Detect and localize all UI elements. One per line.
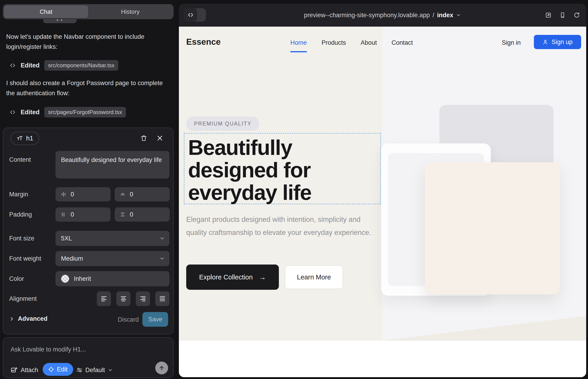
padding-y-input[interactable]: 0 — [115, 207, 170, 222]
chevron-down-icon — [108, 367, 113, 373]
mobile-view-icon[interactable] — [559, 12, 566, 19]
user-icon — [542, 39, 548, 45]
save-button[interactable]: Save — [142, 312, 168, 327]
sliders-icon — [76, 367, 83, 373]
tab-history[interactable]: History — [88, 5, 173, 18]
attach-image-icon — [11, 367, 17, 374]
composer-input[interactable]: Ask Lovable to modify H1... — [11, 346, 86, 353]
type-icon — [16, 135, 23, 142]
premium-quality-badge[interactable]: PREMIUM QUALITY — [186, 117, 259, 131]
edit-action-label: Edited — [21, 109, 40, 116]
url-page: index — [437, 12, 453, 19]
browser-actions — [545, 4, 580, 27]
edit-label: Edit — [57, 366, 68, 373]
padding-x-input[interactable]: 0 — [56, 207, 110, 222]
learn-more-button[interactable]: Learn More — [285, 265, 343, 289]
nav-link-about[interactable]: About — [361, 39, 377, 46]
url-host: preview--charming-site-symphony.lovable.… — [304, 12, 430, 19]
explore-collection-button[interactable]: Explore Collection → — [186, 265, 279, 290]
nav-link-contact[interactable]: Contact — [391, 39, 413, 46]
color-label: Color — [9, 275, 24, 283]
font-size-value: 5XL — [61, 235, 72, 242]
font-size-select[interactable]: 5XL — [56, 231, 170, 246]
file-edit-row: Edited src/pages/ForgotPassword.tsx — [9, 106, 126, 118]
align-left-button[interactable] — [97, 291, 111, 306]
edit-action-label: Edited — [21, 62, 40, 69]
padding-label: Padding — [9, 211, 32, 218]
margin-y-input[interactable]: 0 — [115, 187, 170, 201]
nav-link-home[interactable]: Home — [290, 39, 307, 46]
hero-heading-line: designed for — [188, 159, 311, 181]
nav-link-products[interactable]: Products — [322, 39, 346, 46]
color-select[interactable]: Inherit — [56, 271, 170, 286]
url-bar[interactable]: preview--charming-site-symphony.lovable.… — [179, 4, 586, 27]
edit-mode-button[interactable]: Edit — [43, 363, 73, 376]
margin-horizontal-icon — [61, 191, 66, 197]
open-external-icon[interactable] — [545, 12, 552, 19]
decor-diagonal-wedge — [382, 316, 586, 341]
code-icon — [9, 109, 16, 115]
truncated-chip — [43, 19, 77, 23]
site-preview-canvas: Essence Home Products About Contact Sign… — [179, 27, 586, 341]
site-brand[interactable]: Essence — [186, 37, 221, 47]
edited-file-chip[interactable]: src/pages/ForgotPassword.tsx — [44, 107, 126, 117]
margin-x-input[interactable]: 0 — [56, 187, 110, 201]
hero-description[interactable]: Elegant products designed with intention… — [186, 213, 377, 239]
color-swatch-transparent — [61, 275, 69, 283]
site-lower-section — [179, 341, 586, 377]
hero-heading[interactable]: Beautifully designed for everyday life — [188, 136, 311, 204]
assistant-message: I should also create a Forgot Password p… — [6, 78, 170, 98]
align-right-button[interactable] — [136, 291, 150, 306]
edited-file-chip[interactable]: src/components/Navbar.tsx — [44, 60, 118, 71]
padding-horizontal-icon — [61, 211, 66, 218]
font-weight-select[interactable]: Medium — [56, 251, 170, 266]
selected-element-tag-chip: h1 — [11, 132, 39, 145]
site-nav: Home Products About Contact — [290, 39, 413, 46]
assistant-message: Now let's update the Navbar component to… — [6, 32, 170, 52]
dot — [57, 19, 58, 21]
preview-browser: preview--charming-site-symphony.lovable.… — [179, 4, 586, 377]
chevron-down-icon — [456, 13, 461, 18]
panel-tabs: Chat History — [3, 4, 174, 19]
alignment-label: Alignment — [9, 295, 37, 303]
dot — [61, 19, 62, 21]
font-weight-value: Medium — [61, 255, 83, 262]
chevron-down-icon — [159, 256, 165, 261]
tab-chat[interactable]: Chat — [4, 5, 88, 18]
content-input[interactable]: Beautifully designed for everyday life — [56, 151, 170, 178]
refresh-icon[interactable] — [573, 12, 580, 19]
send-button[interactable] — [155, 362, 168, 374]
browser-topbar: preview--charming-site-symphony.lovable.… — [179, 4, 586, 27]
padding-x-value: 0 — [71, 211, 74, 218]
close-editor-button[interactable] — [155, 134, 164, 143]
mode-label: Default — [85, 367, 105, 374]
font-size-label: Font size — [9, 235, 34, 242]
discard-button[interactable]: Discard — [118, 316, 139, 323]
crosshair-icon — [48, 366, 54, 372]
attach-button[interactable]: Attach — [11, 364, 38, 376]
chevron-down-icon — [159, 236, 165, 241]
sign-up-label: Sign up — [552, 39, 573, 46]
advanced-label: Advanced — [18, 315, 47, 322]
color-value: Inherit — [74, 275, 91, 283]
padding-vertical-icon — [120, 211, 126, 218]
chevron-right-icon — [9, 316, 14, 321]
padding-y-value: 0 — [130, 211, 133, 218]
code-icon — [9, 63, 16, 68]
sign-in-link[interactable]: Sign in — [502, 39, 521, 46]
content-label: Content — [9, 156, 31, 164]
chat-panel: Chat History Now let's update the Navbar… — [0, 0, 175, 379]
delete-element-button[interactable] — [139, 134, 148, 143]
element-tag-label: h1 — [26, 135, 33, 142]
margin-label: Margin — [9, 190, 28, 198]
align-justify-button[interactable] — [155, 291, 170, 306]
arrow-right-icon: → — [259, 273, 266, 282]
hero-heading-line: everyday life — [188, 181, 311, 204]
explore-collection-label: Explore Collection — [199, 273, 253, 281]
mode-select-button[interactable]: Default — [76, 364, 113, 376]
sign-up-button[interactable]: Sign up — [534, 35, 581, 49]
align-center-button[interactable] — [116, 291, 130, 306]
margin-vertical-icon — [120, 191, 126, 197]
advanced-toggle[interactable]: Advanced — [9, 315, 47, 322]
margin-y-value: 0 — [130, 191, 133, 198]
